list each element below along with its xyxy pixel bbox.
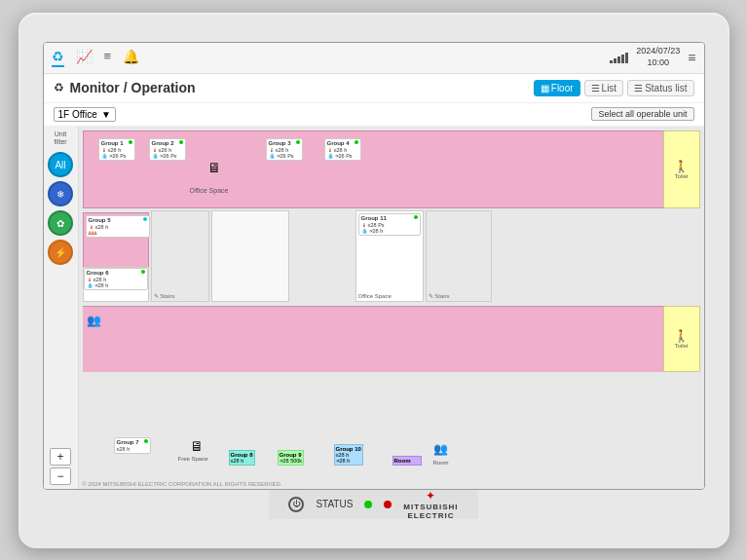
- filter-vent-button[interactable]: ✿: [48, 210, 73, 236]
- room-stairs2: ✎ Stairs: [426, 210, 492, 302]
- room-stairs1: ✎ Stairs: [151, 210, 209, 302]
- toolbar: 1F Office ▼ Select all operable unit: [44, 103, 704, 127]
- datetime-display: 2024/07/23 10:00: [636, 46, 680, 68]
- room-toilet-top: 🚶 Toilet: [663, 131, 700, 208]
- tab-status-list[interactable]: ☰ Status list: [627, 80, 693, 96]
- signal-bar-1: [610, 60, 613, 63]
- unit-card-group11[interactable]: Group 11 🌡 ≤28 Px 💧 ∝28 h: [358, 213, 421, 236]
- filter-ac-button[interactable]: ❄: [48, 181, 73, 206]
- tab-list-label: List: [602, 83, 617, 93]
- unit-card-group2[interactable]: Group 2 🌡 ≤26 h 💧 ∝26 Px: [149, 138, 186, 161]
- room-bottom-purple[interactable]: Room: [392, 456, 422, 466]
- group6-label: Group 6: [87, 270, 109, 276]
- group2-hum-row: 💧 ∝26 Px: [152, 153, 183, 159]
- unit-card-group1[interactable]: Group 1 🌡 ≤28 h 💧 ∝26 Px: [98, 138, 135, 161]
- zoom-in-button[interactable]: +: [50, 448, 71, 466]
- group4-status: [355, 140, 358, 144]
- group7-label: Group 7: [117, 439, 139, 445]
- status-led-green: [364, 501, 372, 508]
- group4-hum-icon: 💧: [327, 153, 334, 159]
- group9-temp: ∝28 500k: [280, 458, 303, 464]
- screen: ♻ 📈 ≡ 🔔 2024/07/23 10:00 ≡ ♻: [43, 42, 705, 490]
- group8-temp: ≤28 h: [231, 458, 253, 464]
- group4-hum: ∝26 Ps: [335, 153, 353, 159]
- unit-card-group3-header: Group 3: [269, 140, 300, 146]
- unit-filter-label: Unit filter: [54, 131, 66, 147]
- status-list-icon: ☰: [634, 83, 643, 93]
- free-space-icon: 🖥: [190, 438, 204, 454]
- room-group6[interactable]: Group 6 🌡 ≤28 h 💧 ∝28 h: [83, 267, 149, 302]
- signal-bar-5: [625, 53, 628, 63]
- nav-icon-home[interactable]: ♻: [52, 49, 64, 67]
- group3-hum-row: 💧 ∝26 Ps: [269, 153, 300, 159]
- floor-dropdown[interactable]: 1F Office ▼: [54, 107, 116, 122]
- list-icon: ☰: [591, 83, 600, 93]
- tab-list[interactable]: ☰ List: [584, 80, 624, 96]
- floor-map[interactable]: 🚶 Toilet Group 1 🌡 ≤28 h: [79, 127, 704, 489]
- group2-label: Group 2: [152, 140, 174, 146]
- floor-icon: ▦: [541, 83, 549, 93]
- toilet-bottom-label: Toilet: [674, 343, 688, 349]
- unit-card-group5-header: Group 5: [89, 217, 147, 223]
- bottom-people-icon: 👥: [87, 314, 101, 327]
- group1-label: Group 1: [101, 140, 124, 146]
- unit-card-group7[interactable]: Group 7 ≤28 h: [114, 437, 151, 454]
- group7-row: ≤28 h: [117, 446, 148, 452]
- select-all-button[interactable]: Select all operable unit: [591, 107, 693, 121]
- left-sidebar: Unit filter All ❄ ✿ ⚡ + −: [44, 127, 79, 489]
- stairs1-label: ✎ Stairs: [154, 292, 175, 299]
- floor-container: 🚶 Toilet Group 1 🌡 ≤28 h: [83, 131, 700, 469]
- group6-hum-icon: 💧: [87, 282, 93, 288]
- floor-dropdown-label: 1F Office: [58, 109, 97, 120]
- power-icon[interactable]: ⏻: [288, 497, 304, 512]
- menu-button[interactable]: ≡: [688, 50, 695, 65]
- filter-other-button[interactable]: ⚡: [48, 240, 73, 265]
- group6-hum-row: 💧 ∝28 h: [87, 282, 145, 288]
- nav-icon-chart[interactable]: 📈: [76, 49, 93, 67]
- unit-card-group3[interactable]: Group 3 🌡 ≤28 h 💧 ∝26 Ps: [266, 138, 303, 161]
- office-space-label-3: Office Space: [358, 293, 392, 299]
- page-title: Monitor / Operation: [70, 80, 196, 95]
- dropdown-arrow-icon: ▼: [101, 109, 111, 120]
- bottom-bar: ⏻ STATUS ✦ MITSUBISHI ELECTRIC: [269, 490, 477, 519]
- nav-icons-container: ♻ 📈 ≡ 🔔: [52, 49, 611, 67]
- page-title-area: ♻ Monitor / Operation: [54, 80, 196, 95]
- group6-status: [141, 270, 145, 274]
- group5-status: [143, 217, 147, 221]
- unit-card-group5[interactable]: Group 5 🌡 ≤28 h ∆∆∆: [86, 215, 150, 238]
- zoom-out-button[interactable]: −: [50, 467, 71, 485]
- tab-floor[interactable]: ▦ Floor: [534, 80, 580, 96]
- zoom-controls: + −: [50, 448, 71, 485]
- page-header: ♻ Monitor / Operation ▦ Floor ☰ List ☰ S…: [44, 74, 704, 103]
- room-group9-bottom[interactable]: Group 9 ∝28 500k: [278, 450, 305, 466]
- page-icon: ♻: [54, 81, 64, 94]
- status-led-red: [384, 501, 392, 508]
- unit-card-group2-header: Group 2: [152, 140, 183, 146]
- signal-bar-3: [617, 56, 620, 63]
- unit-card-group6-header: Group 6: [87, 270, 145, 276]
- nav-icon-alert[interactable]: 🔔: [123, 49, 139, 67]
- group11-hum-row: 💧 ∝28 h: [361, 228, 418, 234]
- device-frame: ♻ 📈 ≡ 🔔 2024/07/23 10:00 ≡ ♻: [19, 13, 729, 548]
- room-group11[interactable]: Group 11 🌡 ≤28 Px 💧 ∝28 h: [355, 210, 424, 302]
- nav-icon-list[interactable]: ≡: [104, 49, 112, 67]
- room-bottom-area: [83, 306, 700, 372]
- office-space-icon-1: 🖥: [207, 160, 221, 175]
- room-group8-bottom[interactable]: Group 8 ≤28 h: [229, 450, 255, 466]
- group10-label: Group 10: [336, 446, 361, 452]
- room-middle-empty: [211, 210, 289, 302]
- filter-all-button[interactable]: All: [48, 152, 73, 177]
- toilet-person-icon: 🚶: [674, 160, 689, 173]
- copyright-text: © 2024 MITSUBISHI ELECTRIC CORPORATION A…: [83, 481, 282, 487]
- unit-card-group6[interactable]: Group 6 🌡 ≤28 h 💧 ∝28 h: [84, 268, 148, 290]
- top-right: 2024/07/23 10:00 ≡: [610, 46, 695, 68]
- group2-hum: ∝26 Px: [160, 153, 177, 159]
- room-group10-bottom[interactable]: Group 10 ≤28 h ∝28 h: [334, 444, 363, 466]
- unit-card-group4[interactable]: Group 4 🌡 ≤28 h 💧 ∝26 Ps: [324, 138, 361, 161]
- tab-floor-label: Floor: [551, 83, 574, 93]
- group2-status: [179, 140, 183, 144]
- room-toilet-bottom: 🚶 Toilet: [663, 306, 700, 372]
- status-label: STATUS: [316, 499, 353, 509]
- floor-select-area: 1F Office ▼: [54, 107, 116, 122]
- group5-hum-row: ∆∆∆: [89, 230, 147, 236]
